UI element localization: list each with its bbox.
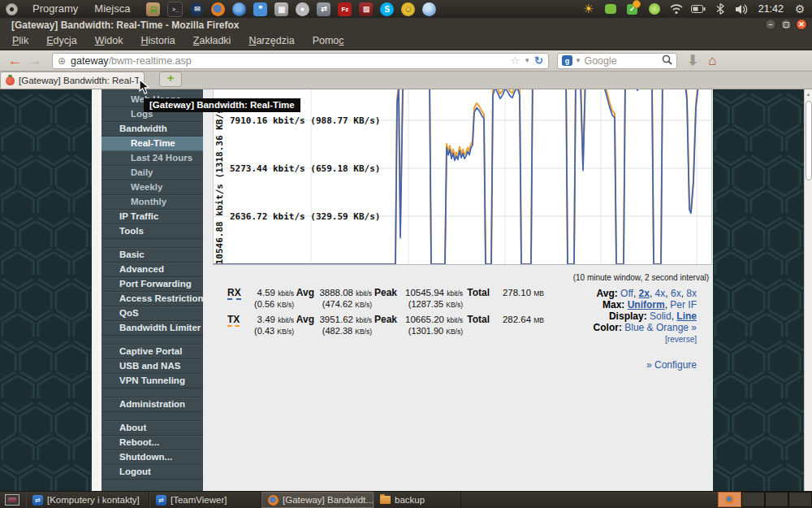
downloads-icon[interactable]: ⬇ xyxy=(687,52,698,69)
menubar-historia[interactable]: Historia xyxy=(133,33,182,50)
network-icon[interactable] xyxy=(317,2,330,16)
mail-icon[interactable] xyxy=(190,2,204,16)
minimize-button[interactable]: – xyxy=(765,19,776,30)
option-off[interactable]: Off xyxy=(620,288,633,299)
firefox-icon[interactable] xyxy=(211,2,225,16)
sidebar-item-administration[interactable]: Administration xyxy=(102,397,203,412)
taskbar-task[interactable]: [Gateway] Bandwidt... xyxy=(261,492,374,508)
sidebar-item-last-24-hours[interactable]: Last 24 Hours xyxy=(102,151,203,166)
maximize-button[interactable]: ▢ xyxy=(780,19,792,30)
menubar-narzędzia[interactable]: Narzędzia xyxy=(241,33,301,50)
url-dropdown-icon[interactable]: ▼ xyxy=(524,57,530,64)
option-8x[interactable]: 8x xyxy=(686,288,697,299)
media-editor-icon[interactable] xyxy=(359,2,373,16)
wifi-icon[interactable] xyxy=(669,2,684,16)
tab-bandwidth-realtime[interactable]: [Gateway] Bandwidth: Real-Time xyxy=(0,72,145,89)
workspace-3[interactable] xyxy=(765,492,788,507)
menubar-widok[interactable]: Widok xyxy=(88,33,131,50)
bookmark-star-icon[interactable]: ☆ xyxy=(511,54,520,67)
url-bar[interactable]: ⊕ gateway/bwm-realtime.asp ☆ ▼ ↻ xyxy=(52,53,549,69)
sidebar-item-advanced[interactable]: Advanced xyxy=(102,263,203,277)
session-gear-icon[interactable]: ⚙ xyxy=(793,2,807,16)
taskbar-task[interactable]: backup xyxy=(374,492,461,508)
menubar-pomoc[interactable]: Pomoc xyxy=(305,33,352,50)
sidebar-item-usb-and-nas[interactable]: USB and NAS xyxy=(102,359,203,374)
scrollbar-up-icon[interactable]: ▲ xyxy=(805,89,812,99)
reverse-link[interactable]: [reverse] xyxy=(665,335,697,344)
activity-icon[interactable] xyxy=(647,2,662,16)
option-solid[interactable]: Solid xyxy=(650,310,672,322)
clock[interactable]: 21:42 xyxy=(758,3,784,15)
site-identity-icon[interactable]: ⊕ xyxy=(58,55,66,67)
workspace-4[interactable] xyxy=(788,492,812,507)
messenger-icon[interactable] xyxy=(253,2,267,16)
update-notifier-icon[interactable]: ✓ xyxy=(625,2,640,16)
disc-burner-icon[interactable] xyxy=(296,2,309,16)
sidebar-item-about[interactable]: About xyxy=(102,421,203,436)
battery-icon[interactable] xyxy=(691,2,706,16)
window-titlebar[interactable]: [Gateway] Bandwidth: Real-Time - Mozilla… xyxy=(0,18,812,33)
home-icon[interactable]: ⌂ xyxy=(708,53,716,69)
option-4x[interactable]: 4x xyxy=(655,288,666,299)
forward-button[interactable]: → xyxy=(28,53,42,69)
sidebar-item-tools[interactable]: Tools xyxy=(102,224,203,239)
option-per-if[interactable]: Per IF xyxy=(670,299,697,310)
option-line[interactable]: Line xyxy=(676,310,697,322)
reverse-link[interactable]: [reverse] xyxy=(594,334,697,345)
filezilla-icon[interactable] xyxy=(338,2,352,16)
thunderbird-icon[interactable] xyxy=(232,2,246,16)
option-6x[interactable]: 6x xyxy=(671,288,681,299)
web-browser-icon[interactable] xyxy=(422,2,436,16)
new-tab-button[interactable]: + xyxy=(159,72,182,87)
taskbar-task[interactable]: ⇄[TeamViewer] xyxy=(149,492,261,508)
workspace-2[interactable] xyxy=(741,492,765,507)
menubar-zakładki[interactable]: Zakładki xyxy=(186,33,239,50)
reload-icon[interactable]: ↻ xyxy=(534,54,543,67)
taskbar-task[interactable]: ⇄[Komputery i kontakty] xyxy=(26,492,149,508)
sidebar-item-ip-traffic[interactable]: IP Traffic xyxy=(102,210,203,224)
sidebar-item-reboot-[interactable]: Reboot... xyxy=(102,436,203,450)
sidebar-item-vpn-tunneling[interactable]: VPN Tunneling xyxy=(102,374,203,389)
sidebar-item-real-time[interactable]: Real-Time xyxy=(102,137,203,151)
sidebar-item-weekly[interactable]: Weekly xyxy=(102,180,203,195)
sidebar-item-bandwidth[interactable]: Bandwidth xyxy=(102,122,203,137)
sidebar-item-qos[interactable]: QoS xyxy=(102,306,203,321)
configure-link[interactable]: » Configure xyxy=(646,359,697,371)
sidebar-item-captive-portal[interactable]: Captive Portal xyxy=(102,345,203,359)
distro-logo-icon[interactable] xyxy=(6,3,18,15)
scrollbar-thumb[interactable] xyxy=(806,101,812,180)
volume-icon[interactable] xyxy=(735,2,749,16)
sidebar-item-logout[interactable]: Logout xyxy=(102,465,203,480)
scrollbar[interactable]: ▲ xyxy=(804,89,812,491)
option-blue-orange-[interactable]: Blue & Orange » xyxy=(624,322,697,333)
sidebar-item-basic[interactable]: Basic xyxy=(102,248,203,263)
search-magnifier-icon[interactable] xyxy=(662,54,672,67)
configure-link[interactable]: » Configure xyxy=(594,359,697,371)
engine-dropdown-icon[interactable]: ▼ xyxy=(575,57,581,64)
weather-icon[interactable]: ☀ xyxy=(581,2,596,16)
search-box[interactable]: g ▼ Google xyxy=(557,53,677,69)
workspace-1[interactable] xyxy=(718,492,741,507)
terminal-icon[interactable] xyxy=(167,2,183,17)
calculator-icon[interactable] xyxy=(274,2,288,16)
notes-icon[interactable] xyxy=(603,2,618,16)
option-2x[interactable]: 2x xyxy=(639,288,650,299)
sidebar-item-port-forwarding[interactable]: Port Forwarding xyxy=(102,277,203,292)
back-button[interactable]: ← xyxy=(8,53,22,69)
bluetooth-icon[interactable] xyxy=(713,2,728,16)
option-uniform[interactable]: Uniform xyxy=(628,299,665,310)
sidebar-item-bandwidth-limiter[interactable]: Bandwidth Limiter xyxy=(102,321,203,336)
sidebar-item-monthly[interactable]: Monthly xyxy=(102,195,203,210)
sidebar-item-daily[interactable]: Daily xyxy=(102,166,203,180)
archive-icon[interactable] xyxy=(146,2,160,16)
menubar-edycja[interactable]: Edycja xyxy=(39,33,84,50)
menu-miejsca[interactable]: Miejsca xyxy=(86,0,138,18)
sidebar-item-shutdown-[interactable]: Shutdown... xyxy=(102,450,203,465)
mascot-icon[interactable] xyxy=(401,2,415,16)
close-button[interactable]: ✕ xyxy=(796,19,807,30)
google-engine-icon[interactable]: g xyxy=(562,55,572,66)
sidebar-item-access-restriction[interactable]: Access Restriction xyxy=(102,292,203,306)
skype-icon[interactable] xyxy=(380,2,394,16)
menu-programy[interactable]: Programy xyxy=(24,0,86,18)
menubar-plik[interactable]: Plik xyxy=(5,33,36,50)
